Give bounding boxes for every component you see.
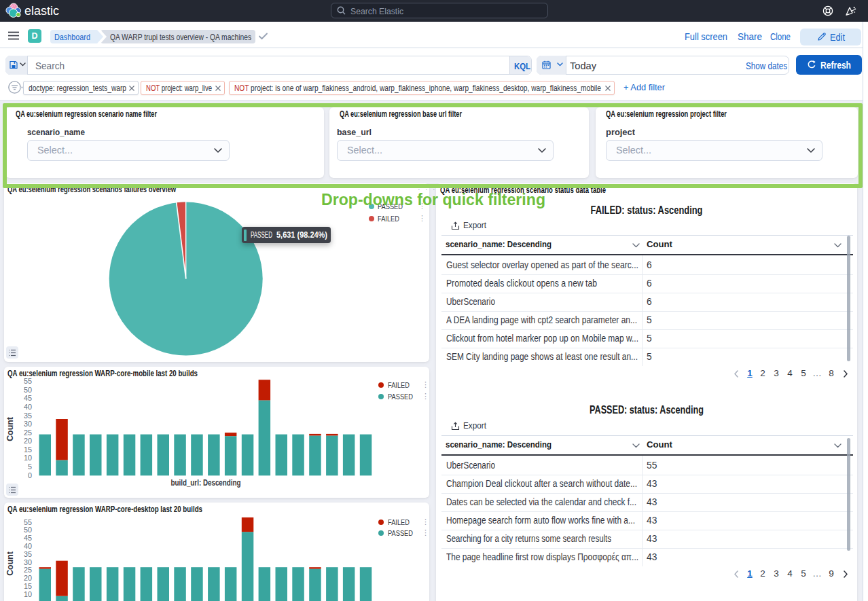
svg-text:55: 55 — [24, 377, 32, 385]
svg-text:40: 40 — [24, 403, 32, 411]
svg-text:55: 55 — [24, 518, 32, 526]
svg-text:35: 35 — [24, 412, 32, 420]
svg-text:25: 25 — [24, 566, 32, 574]
svg-text:5: 5 — [28, 462, 32, 471]
svg-text:25: 25 — [24, 429, 32, 437]
svg-text:10: 10 — [24, 454, 32, 462]
svg-text:20: 20 — [24, 437, 32, 445]
svg-text:45: 45 — [24, 394, 32, 402]
svg-text:30: 30 — [24, 558, 32, 566]
svg-text:15: 15 — [24, 582, 32, 590]
svg-text:50: 50 — [24, 386, 32, 394]
svg-text:30: 30 — [24, 420, 32, 428]
svg-text:0: 0 — [28, 471, 32, 479]
svg-text:50: 50 — [24, 526, 32, 534]
svg-text:10: 10 — [24, 590, 32, 598]
svg-text:40: 40 — [24, 542, 32, 550]
svg-text:20: 20 — [24, 574, 32, 582]
svg-text:15: 15 — [24, 445, 32, 454]
svg-text:35: 35 — [24, 550, 32, 558]
svg-text:45: 45 — [24, 534, 32, 542]
